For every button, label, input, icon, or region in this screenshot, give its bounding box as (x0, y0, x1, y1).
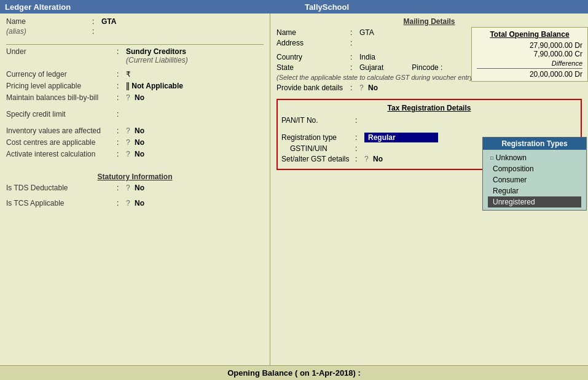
currency-value: ₹ (126, 70, 264, 79)
cost-label: Cost centres are applicable (6, 138, 117, 147)
state-label: State (276, 63, 350, 72)
tds-value: ? No (126, 184, 264, 192)
pricing-label: Pricing level applicable (6, 82, 117, 90)
cost-row: Cost centres are applicable : ? No (6, 138, 264, 148)
bottom-text: Opening Balance ( on 1-Apr-2018) : (227, 368, 361, 378)
tcs-value: ? No (126, 199, 264, 207)
activate-row: Activate interest calculation : ? No (6, 150, 264, 160)
tcs-row: Is TCS Applicable : ? No (6, 199, 264, 209)
ob-diff-label: Difference (477, 60, 582, 67)
activate-value: ? No (126, 150, 264, 158)
ob-debit: 27,90,000.00 Dr (477, 41, 582, 50)
activate-label: Activate interest calculation (6, 150, 117, 158)
bottom-bar: Opening Balance ( on 1-Apr-2018) : (0, 365, 588, 380)
reg-type-item-consumer[interactable]: Consumer (488, 174, 581, 185)
maintain-label: Maintain balances bill-by-bill (6, 93, 117, 102)
reg-type-item-unknown[interactable]: □ Unknown (488, 152, 581, 163)
reg-type-item-unregistered[interactable]: Unregistered (488, 196, 581, 207)
tds-row: Is TDS Deductable : ? No (6, 184, 264, 193)
tax-reg-title: Tax Registration Details (281, 104, 577, 112)
left-panel: Name : GTA (alias) : Under : Sundry Cred… (0, 14, 270, 365)
reg-types-list: □ Unknown Composition Consumer (483, 150, 586, 210)
inventory-label: Inventory values are affected (6, 126, 117, 135)
statutory-heading: Statutory Information (6, 173, 264, 181)
alias-label: (alias) (6, 27, 92, 36)
reg-type-item-regular[interactable]: Regular (488, 185, 581, 196)
reg-type-dropdown[interactable]: Regular (364, 133, 438, 142)
specify-label: Specify credit limit (6, 110, 117, 118)
inventory-value: ? No (126, 126, 264, 135)
specify-row: Specify credit limit : (6, 110, 264, 120)
maintain-value: ? No (126, 93, 264, 102)
bullet-unknown: □ (490, 155, 493, 161)
tds-label: Is TDS Deductable (6, 184, 117, 192)
ob-credit: 7,90,000.00 Cr (477, 50, 582, 58)
reg-type-item-composition[interactable]: Composition (488, 163, 581, 174)
cost-value: ? No (126, 138, 264, 147)
under-label: Under (6, 47, 117, 56)
maintain-row: Maintain balances bill-by-bill : ? No (6, 93, 264, 103)
pan-label: PAN/IT No. (281, 116, 355, 125)
currency-label: Currency of ledger (6, 70, 117, 79)
pricing-value: ǁ Not Applicable (126, 82, 264, 90)
divider-1 (6, 44, 264, 45)
reg-type-label: Registration type (281, 133, 355, 142)
ob-diff-value: 20,00,000.00 Dr (477, 68, 582, 79)
gstin-label: GSTIN/UIN (281, 144, 355, 153)
main-container: Ledger Alteration TallySchool Total Open… (0, 0, 588, 380)
name-value: GTA (101, 17, 264, 26)
reg-types-header: Registration Types (483, 138, 586, 150)
header-bar: Ledger Alteration TallySchool (0, 0, 588, 14)
pan-row: PAN/IT No. : (281, 116, 577, 125)
tax-reg-box: Tax Registration Details PAN/IT No. : Re… (276, 99, 582, 170)
bank-label: Provide bank details (276, 83, 350, 92)
tcs-label: Is TCS Applicable (6, 199, 117, 207)
name-label: Name (6, 17, 92, 26)
name-section: Name : GTA (alias) : (6, 17, 264, 37)
company-name: TallySchool (305, 2, 349, 12)
bank-value: ? No (359, 83, 582, 92)
pricing-row: Pricing level applicable : ǁ Not Applica… (6, 82, 264, 91)
under-row: Under : Sundry Creditors (Current Liabil… (6, 47, 264, 64)
currency-row: Currency of ledger : ₹ (6, 70, 264, 80)
inventory-row: Inventory values are affected : ? No (6, 126, 264, 136)
alias-row: (alias) : (6, 27, 264, 36)
app-title: Ledger Alteration (5, 2, 71, 12)
bank-row: Provide bank details : ? No (276, 83, 582, 92)
mailing-name-label: Name (276, 28, 350, 37)
name-row: Name : GTA (6, 17, 264, 26)
content-area: Total Opening Balance 27,90,000.00 Dr 7,… (0, 14, 588, 365)
mailing-address-label: Address (276, 39, 350, 47)
mailing-heading: Mailing Details (276, 17, 582, 26)
country-label: Country (276, 53, 350, 61)
under-value: Sundry Creditors (Current Liabilities) (126, 47, 264, 64)
set-gst-label: Set/alter GST details (281, 155, 355, 163)
ob-title: Total Opening Balance (477, 30, 582, 39)
reg-types-popup: Registration Types □ Unknown Composition (482, 137, 587, 211)
opening-balance-box: Total Opening Balance 27,90,000.00 Dr 7,… (471, 27, 588, 82)
